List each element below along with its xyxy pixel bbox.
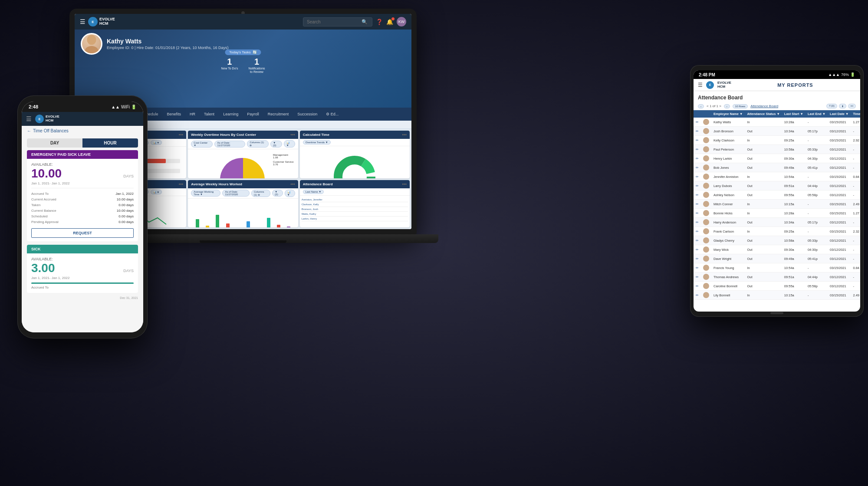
last-start: 10:15a xyxy=(782,200,806,209)
col-employee-name[interactable]: Employee Name ▼ xyxy=(711,110,745,118)
search-input[interactable] xyxy=(307,20,359,24)
row-avatar-cell xyxy=(701,154,711,163)
col-time-s[interactable]: Time S... xyxy=(851,110,860,118)
row-checkbox[interactable]: ✏ xyxy=(694,172,701,181)
attendance-status: Out xyxy=(745,190,782,200)
col-last-start[interactable]: Last Start ▼ xyxy=(782,110,806,118)
refresh-icon[interactable]: 🔄 xyxy=(253,50,257,54)
rows-selector[interactable]: 10 Rows xyxy=(733,104,748,108)
filter-label[interactable]: Attendance Board xyxy=(750,104,778,108)
avg-working-chip[interactable]: Average Working Time ▼ xyxy=(191,190,220,197)
row-checkbox[interactable]: ✏ xyxy=(694,291,701,300)
card-menu-dots[interactable]: ••• xyxy=(179,132,184,137)
evolve-logo-icon: E xyxy=(88,17,98,26)
tab-hour[interactable]: HOUR xyxy=(82,138,138,148)
view-chip[interactable]: 📊 ▼ xyxy=(285,190,295,197)
card-menu-dots[interactable]: ••• xyxy=(402,132,407,137)
help-icon[interactable]: ❓ xyxy=(376,19,383,25)
attendance-table: Employee Name ▼ Attendance Status ▼ Last… xyxy=(694,110,860,300)
view-chip[interactable]: 📊 ▼ xyxy=(151,190,162,194)
row-checkbox[interactable]: ✏ xyxy=(694,181,701,190)
col-last-end[interactable]: Last End ▼ xyxy=(806,110,828,118)
tablet-hamburger-icon[interactable]: ☰ xyxy=(698,82,703,88)
row-checkbox[interactable]: ✏ xyxy=(694,245,701,254)
row-checkbox[interactable]: ✏ xyxy=(694,145,701,154)
last-end: - xyxy=(806,172,828,181)
view-chip[interactable]: 📊 ▼ xyxy=(151,140,162,145)
columns-chip[interactable]: Columns (1) ⊕ xyxy=(251,190,270,197)
tab-day[interactable]: DAY xyxy=(27,138,82,148)
col-last-date[interactable]: Last Date ▼ xyxy=(828,110,851,118)
card-menu-dots[interactable]: ••• xyxy=(402,182,407,187)
row-checkbox[interactable]: ✏ xyxy=(694,209,701,218)
row-avatar-cell xyxy=(701,136,711,145)
card-menu-dots[interactable]: ••• xyxy=(290,132,295,137)
row-checkbox[interactable]: ✏ xyxy=(694,218,701,227)
back-arrow-icon[interactable]: ← xyxy=(27,128,31,133)
table-row: ✏ Francis Young In 10:54a - 03/15/2021 0… xyxy=(694,263,860,273)
row-checkbox[interactable]: ✏ xyxy=(694,236,701,245)
row-checkbox[interactable]: ✏ xyxy=(694,273,701,282)
row-checkbox[interactable]: ✏ xyxy=(694,200,701,209)
detail-current-balance: Current Balance 10.00 days xyxy=(31,208,134,213)
nav-hr[interactable]: HR xyxy=(185,108,200,121)
row-avatar-cell xyxy=(701,218,711,227)
tablet-home-button[interactable] xyxy=(770,312,783,314)
nav-payroll[interactable]: Payroll xyxy=(243,108,263,121)
time-s: - xyxy=(851,163,860,172)
nav-settings[interactable]: ⚙ Ed... xyxy=(322,108,343,121)
card-calc-header: Calculated Time ••• xyxy=(300,131,410,139)
row-checkbox[interactable]: ✏ xyxy=(694,163,701,172)
row-checkbox[interactable]: ✏ xyxy=(694,254,701,263)
view-chip[interactable]: 📊 ▼ xyxy=(284,140,295,148)
sick-accrued-label: Accrued To xyxy=(31,286,134,289)
card-menu-dots[interactable]: ••• xyxy=(179,182,184,187)
filter-chip[interactable]: ▼ (2) xyxy=(272,190,283,197)
phone-hamburger[interactable]: ☰ xyxy=(26,115,32,122)
table-row: ✏ Paul Peterson Out 10:58a 05:33p 03/12/… xyxy=(694,145,860,154)
attendance-status: Out xyxy=(745,163,782,172)
row-avatar xyxy=(703,146,709,152)
name-chip[interactable]: Last Name ▼ xyxy=(303,190,324,194)
row-checkbox[interactable]: ✏ xyxy=(694,154,701,163)
row-checkbox[interactable]: ✏ xyxy=(694,127,701,136)
prev-page-btn[interactable]: ‹ xyxy=(698,104,704,108)
nav-talent[interactable]: Talent xyxy=(200,108,219,121)
columns-chip[interactable]: Columns (1) ⊕ xyxy=(247,140,269,148)
employee-name: Lily Bonnell xyxy=(711,291,745,300)
card-menu-dots[interactable]: ••• xyxy=(290,182,295,187)
nav-succession[interactable]: Succession xyxy=(293,108,322,121)
row-checkbox[interactable]: ✏ xyxy=(694,118,701,127)
next-page-btn[interactable]: › xyxy=(724,104,730,108)
detail-current-accrued: Current Accrued 10.00 days xyxy=(31,197,134,202)
bell-icon[interactable]: 🔔 xyxy=(386,19,393,25)
search-icon[interactable]: 🔍 xyxy=(362,19,368,25)
row-checkbox[interactable]: ✏ xyxy=(694,227,701,236)
T-filter-btn[interactable]: T (0) xyxy=(826,104,837,108)
row-checkbox[interactable]: ✏ xyxy=(694,282,701,291)
overtime-chip[interactable]: Overtime Trends ▼ xyxy=(303,140,331,144)
user-avatar[interactable]: KW xyxy=(397,17,406,26)
more-options-btn[interactable]: ••• xyxy=(848,104,856,108)
bar-chart: Mon Tue Wed xyxy=(191,212,295,228)
request-button[interactable]: REQUEST xyxy=(31,228,134,238)
table-row: ✏ Josh Bronson Out 10:34a 05:17p 03/12/2… xyxy=(694,127,860,136)
pie-chart-body: Management 1.08 Customer Service 3.76 Wa… xyxy=(188,149,298,178)
row-checkbox[interactable]: ✏ xyxy=(694,263,701,273)
nav-benefits[interactable]: Benefits xyxy=(163,108,186,121)
last-start: 10:58a xyxy=(782,145,806,154)
row-checkbox[interactable]: ✏ xyxy=(694,190,701,200)
bar-chart-body: Mon Tue Wed xyxy=(188,199,298,228)
nav-learning[interactable]: Learning xyxy=(219,108,243,121)
filter-chip[interactable]: ▼ (2) xyxy=(270,141,282,148)
row-checkbox[interactable]: ✏ xyxy=(694,136,701,145)
attendance-status: Out xyxy=(745,145,782,154)
phone: 2:48 ▲▲ WiFi 🔋 ☰ E EVOLVE HCM xyxy=(17,95,148,338)
emergency-days-label: DAYS xyxy=(123,174,134,178)
hamburger-icon[interactable]: ☰ xyxy=(80,18,85,25)
col-attendance-status[interactable]: Attendance Status ▼ xyxy=(745,110,782,118)
nav-recruitment[interactable]: Recruitment xyxy=(263,108,293,121)
laptop-search-box[interactable]: 🔍 xyxy=(303,17,372,26)
export-btn[interactable]: ⬇ xyxy=(839,104,846,108)
cost-center-chip[interactable]: Cost Center ▼ xyxy=(191,141,213,148)
